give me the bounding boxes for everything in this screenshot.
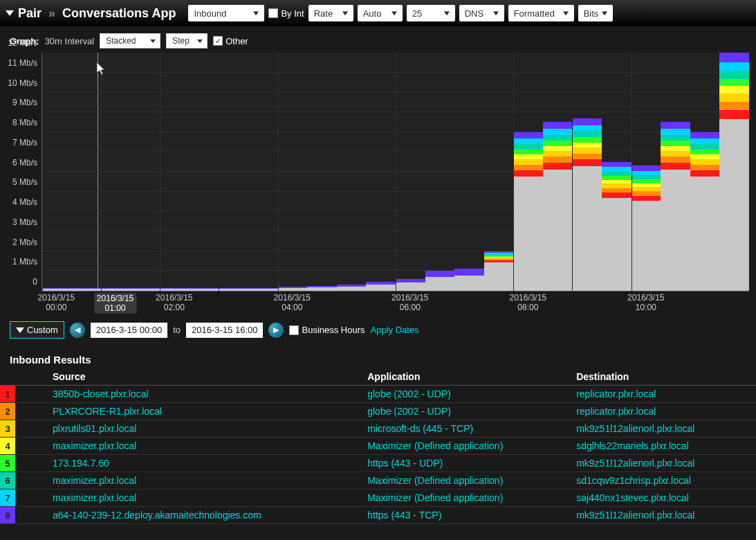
format-select[interactable]: Formatted bbox=[508, 5, 574, 21]
direction-select[interactable]: Inbound bbox=[188, 5, 264, 21]
stack-column bbox=[661, 122, 690, 291]
stack-column bbox=[248, 288, 278, 291]
stack-column bbox=[190, 288, 219, 291]
next-range-button[interactable]: ▶ bbox=[268, 323, 284, 338]
step-select[interactable]: Step bbox=[166, 33, 208, 48]
title-left: Pair bbox=[18, 6, 42, 21]
auto-select[interactable]: Auto bbox=[358, 5, 403, 21]
page-title[interactable]: Pair » Conversations App bbox=[6, 6, 176, 21]
spacer-cell bbox=[15, 403, 48, 420]
prev-range-button[interactable]: ◀ bbox=[70, 323, 85, 338]
x-tick: 2016/3/1506:00 bbox=[391, 293, 428, 312]
source-cell[interactable]: plxrutils01.plxr.local bbox=[48, 420, 363, 438]
x-tick: 2016/3/1502:00 bbox=[156, 293, 192, 312]
byint-checkbox[interactable] bbox=[268, 8, 278, 18]
spacer-cell bbox=[15, 455, 48, 472]
apply-dates-link[interactable]: Apply Dates bbox=[371, 325, 419, 335]
stack-column bbox=[484, 251, 514, 291]
col-source[interactable]: Source bbox=[48, 368, 363, 386]
x-tick: 2016/3/1504:00 bbox=[274, 293, 311, 312]
dest-cell[interactable]: mk9z51l12alienorl.plxr.local bbox=[572, 507, 756, 524]
dest-cell[interactable]: saj440nx1stevec.plxr.local bbox=[572, 489, 756, 507]
byint-toggle[interactable]: By Int bbox=[268, 8, 304, 19]
stack-select[interactable]: Stacked bbox=[100, 33, 160, 48]
units-select[interactable]: Bits bbox=[578, 5, 613, 21]
table-row[interactable]: 3plxrutils01.plxr.localmicrosoft-ds (445… bbox=[0, 420, 756, 438]
rate-select[interactable]: Rate bbox=[308, 5, 353, 21]
stack-column bbox=[72, 288, 102, 291]
other-label: Other bbox=[225, 36, 248, 46]
source-cell[interactable]: 173.194.7.60 bbox=[48, 455, 363, 472]
other-toggle[interactable]: ✓ Other bbox=[213, 36, 248, 46]
graph-controls: Graph: 30m Interval Stacked Step ✓ Other bbox=[0, 26, 756, 53]
source-cell[interactable]: maximizer.plxr.local bbox=[48, 438, 363, 455]
y-tick: 3 Mb/s bbox=[12, 217, 37, 227]
results-title: Inbound Results bbox=[0, 344, 756, 368]
table-row[interactable]: 5173.194.7.60https (443 - UDP)mk9z51l12a… bbox=[0, 455, 756, 472]
stack-column bbox=[278, 287, 308, 291]
title-right: Conversations App bbox=[62, 6, 176, 21]
app-cell[interactable]: Maximizer (Defined application) bbox=[363, 489, 572, 507]
y-tick: 4 Mb/s bbox=[12, 197, 37, 207]
source-cell[interactable]: maximizer.plxr.local bbox=[48, 489, 363, 507]
business-hours-checkbox[interactable] bbox=[289, 325, 299, 335]
y-tick: 12 Mb/s bbox=[8, 38, 37, 48]
app-cell[interactable]: https (443 - TCP) bbox=[363, 507, 572, 524]
y-tick: 1 Mb/s bbox=[12, 257, 37, 267]
col-application[interactable]: Application bbox=[363, 368, 572, 386]
y-tick: 10 Mb/s bbox=[8, 78, 37, 88]
dest-cell[interactable]: sd1cqw9z1chrisp.plxr.local bbox=[572, 472, 756, 489]
app-cell[interactable]: globe (2002 - UDP) bbox=[363, 386, 572, 403]
other-checkbox[interactable]: ✓ bbox=[213, 36, 223, 46]
spacer-cell bbox=[15, 472, 48, 489]
app-cell[interactable]: https (443 - UDP) bbox=[363, 455, 572, 472]
business-hours-label: Business Hours bbox=[302, 325, 365, 335]
source-cell[interactable]: PLXRCORE-R1.plxr.local bbox=[48, 403, 363, 420]
table-row[interactable]: 8a64-140-239-12.deploy.akamaitechnologie… bbox=[0, 507, 756, 524]
dest-cell[interactable]: mk9z51l12alienorl.plxr.local bbox=[572, 420, 756, 438]
table-row[interactable]: 4maximizer.plxr.localMaximizer (Defined … bbox=[0, 438, 756, 455]
stack-column bbox=[396, 279, 425, 291]
chart-plot[interactable] bbox=[42, 53, 749, 291]
to-date-input[interactable]: 2016-3-15 16:00 bbox=[186, 323, 263, 338]
app-cell[interactable]: globe (2002 - UDP) bbox=[363, 403, 572, 420]
app-cell[interactable]: Maximizer (Defined application) bbox=[363, 438, 572, 455]
stack-column bbox=[719, 53, 749, 291]
stack-column bbox=[602, 162, 631, 291]
time-cursor[interactable] bbox=[98, 53, 98, 291]
stack-column bbox=[101, 288, 131, 291]
spacer-cell bbox=[15, 420, 48, 438]
stack-column bbox=[425, 271, 455, 291]
table-row[interactable]: 6maximizer.plxr.localMaximizer (Defined … bbox=[0, 472, 756, 489]
stack-column bbox=[42, 288, 72, 291]
rank-cell: 7 bbox=[0, 489, 15, 507]
count-select[interactable]: 25 bbox=[407, 5, 455, 21]
app-cell[interactable]: microsoft-ds (445 - TCP) bbox=[363, 420, 572, 438]
from-date-input[interactable]: 2016-3-15 00:00 bbox=[91, 323, 167, 338]
lookup-select[interactable]: DNS bbox=[459, 5, 504, 21]
app-cell[interactable]: Maximizer (Defined application) bbox=[363, 472, 572, 489]
dest-cell[interactable]: replicator.plxr.local bbox=[572, 386, 756, 403]
dest-cell[interactable]: mk9z51l12alienorl.plxr.local bbox=[572, 455, 756, 472]
top-toolbar: Pair » Conversations App Inbound By Int … bbox=[0, 0, 756, 26]
source-cell[interactable]: 3850b-closet.plxr.local bbox=[48, 386, 363, 403]
dest-cell[interactable]: sdglhls22mariels.plxr.local bbox=[572, 438, 756, 455]
y-tick: 7 Mb/s bbox=[12, 138, 37, 147]
business-hours-toggle[interactable]: Business Hours bbox=[289, 325, 365, 335]
stack-column bbox=[131, 288, 160, 291]
stack-column bbox=[366, 282, 396, 291]
table-row[interactable]: 2PLXRCORE-R1.plxr.localglobe (2002 - UDP… bbox=[0, 403, 756, 420]
table-row[interactable]: 13850b-closet.plxr.localglobe (2002 - UD… bbox=[0, 386, 756, 403]
source-cell[interactable]: maximizer.plxr.local bbox=[48, 472, 363, 489]
y-tick: 0 bbox=[33, 277, 37, 287]
stack-column bbox=[160, 288, 190, 291]
title-dropdown-icon bbox=[6, 10, 14, 16]
custom-range-button[interactable]: Custom bbox=[10, 321, 64, 339]
table-row[interactable]: 7maximizer.plxr.localMaximizer (Defined … bbox=[0, 489, 756, 507]
y-tick: 2 Mb/s bbox=[12, 237, 37, 247]
col-destination[interactable]: Destination bbox=[572, 368, 756, 386]
x-tick: 2016/3/1500:00 bbox=[38, 293, 75, 312]
source-cell[interactable]: a64-140-239-12.deploy.akamaitechnologies… bbox=[48, 507, 363, 524]
dest-cell[interactable]: replicator.plxr.local bbox=[572, 403, 756, 420]
chart: 01 Mb/s2 Mb/s3 Mb/s4 Mb/s5 Mb/s6 Mb/s7 M… bbox=[0, 53, 756, 316]
